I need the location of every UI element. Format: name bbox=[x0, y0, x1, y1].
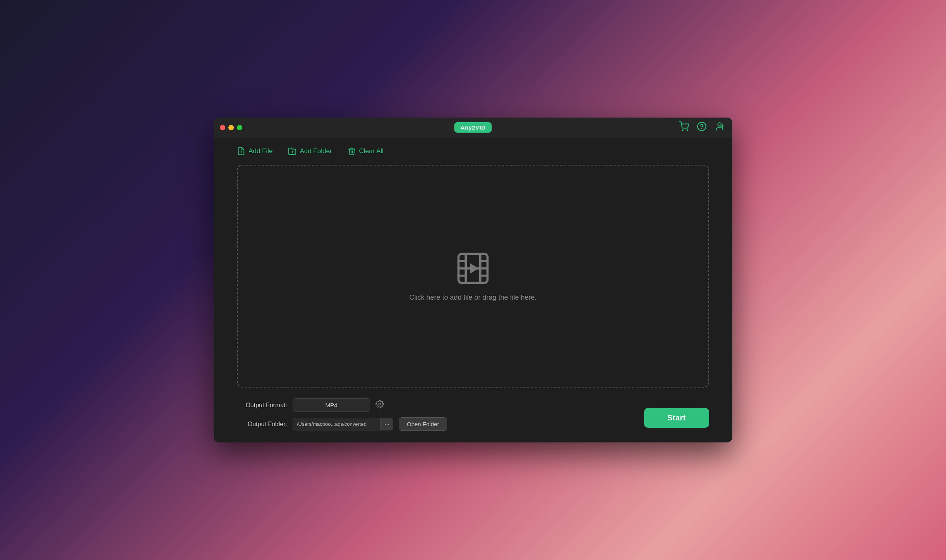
add-file-label: Add File bbox=[248, 147, 272, 155]
open-folder-button[interactable]: Open Folder bbox=[399, 417, 447, 431]
add-folder-icon bbox=[288, 147, 296, 155]
film-icon bbox=[456, 251, 490, 286]
dots-button[interactable]: ··· bbox=[380, 418, 393, 430]
minimize-button[interactable] bbox=[228, 125, 234, 130]
folder-row: Output Folder: /Users/macboo...ads/conve… bbox=[237, 417, 709, 431]
bottom-controls: Output Format: Output Folder: /Users/mac… bbox=[237, 398, 709, 431]
title-bar: Any2VID bbox=[214, 118, 732, 138]
add-folder-button[interactable]: Add Folder bbox=[288, 147, 332, 155]
header-actions bbox=[679, 121, 725, 134]
format-label: Output Format: bbox=[237, 402, 287, 409]
svg-point-0 bbox=[682, 130, 683, 131]
start-button[interactable]: Start bbox=[644, 408, 709, 428]
cart-icon[interactable] bbox=[679, 121, 689, 134]
add-folder-label: Add Folder bbox=[300, 147, 332, 155]
format-input[interactable] bbox=[293, 398, 370, 412]
add-file-icon bbox=[237, 147, 245, 155]
maximize-button[interactable] bbox=[237, 125, 242, 130]
folder-input-wrapper: /Users/macboo...ads/converted ··· bbox=[293, 418, 393, 430]
logo-label: Any2VID bbox=[454, 122, 492, 133]
svg-marker-19 bbox=[470, 263, 479, 273]
add-file-button[interactable]: Add File bbox=[237, 147, 272, 155]
trash-icon bbox=[348, 147, 356, 155]
app-logo: Any2VID bbox=[454, 124, 492, 131]
help-icon[interactable] bbox=[697, 121, 707, 134]
toolbar: Add File Add Folder Clear All bbox=[237, 147, 709, 155]
user-add-icon[interactable] bbox=[715, 121, 725, 134]
clear-all-button[interactable]: Clear All bbox=[348, 147, 384, 155]
clear-all-label: Clear All bbox=[359, 147, 384, 155]
svg-point-1 bbox=[687, 130, 688, 131]
settings-icon bbox=[375, 400, 384, 408]
folder-path-text: /Users/macboo...ads/converted bbox=[293, 418, 380, 430]
folder-label: Output Folder: bbox=[237, 421, 287, 428]
svg-point-20 bbox=[379, 403, 381, 405]
format-settings-button[interactable] bbox=[375, 400, 384, 410]
traffic-lights bbox=[220, 125, 242, 130]
start-btn-container: Start bbox=[644, 408, 709, 428]
app-window: Any2VID bbox=[214, 118, 732, 442]
svg-point-4 bbox=[718, 123, 721, 126]
content-area: Add File Add Folder Clear All bbox=[214, 138, 732, 442]
format-row: Output Format: bbox=[237, 398, 709, 412]
drop-zone-hint: Click here to add file or drag the file … bbox=[409, 294, 536, 302]
close-button[interactable] bbox=[220, 125, 225, 130]
drop-zone[interactable]: Click here to add file or drag the file … bbox=[237, 165, 709, 388]
